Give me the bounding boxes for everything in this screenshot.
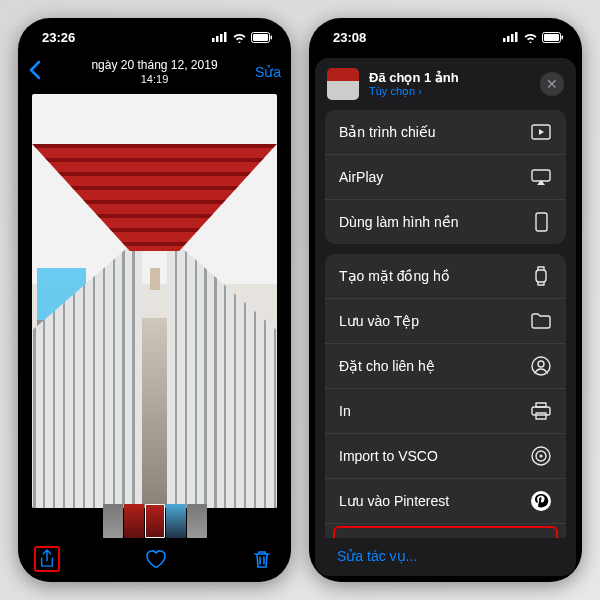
action-label: Dùng làm hình nền xyxy=(339,214,459,230)
thumbnail[interactable] xyxy=(187,504,207,538)
svg-rect-16 xyxy=(536,213,547,231)
sheet-thumbnail xyxy=(327,68,359,100)
watch-icon xyxy=(530,265,552,287)
nav-time: 14:19 xyxy=(18,73,291,87)
battery-icon xyxy=(251,32,273,43)
svg-rect-12 xyxy=(544,34,559,41)
action-row[interactable]: Lưu vào Tệp xyxy=(325,299,566,344)
svg-point-25 xyxy=(540,455,543,458)
status-time: 23:26 xyxy=(42,30,75,45)
svg-rect-9 xyxy=(511,34,514,42)
svg-rect-3 xyxy=(224,32,227,42)
sheet-header: Đã chọn 1 ảnh Tùy chọn › ✕ xyxy=(315,58,576,110)
battery-icon xyxy=(542,32,564,43)
status-time: 23:08 xyxy=(333,30,366,45)
sheet-title: Đã chọn 1 ảnh xyxy=(369,70,459,86)
nav-date: ngày 20 tháng 12, 2019 xyxy=(18,58,291,73)
signal-icon xyxy=(212,32,228,42)
phone-right: 23:08 Đã chọn 1 ảnh Tùy chọn › ✕ Bản trì… xyxy=(309,18,582,582)
action-row[interactable]: Tạo mặt đồng hồ xyxy=(325,254,566,299)
action-label: In xyxy=(339,403,351,419)
action-row[interactable]: AirPlay xyxy=(325,155,566,200)
svg-rect-21 xyxy=(532,407,550,415)
svg-rect-22 xyxy=(536,413,546,419)
svg-rect-0 xyxy=(212,38,215,42)
toolbar xyxy=(18,542,291,576)
notch xyxy=(100,18,210,40)
action-row[interactable]: Đặt cho liên hệ xyxy=(325,344,566,389)
action-label: AirPlay xyxy=(339,169,383,185)
thumbnail-selected[interactable] xyxy=(145,504,165,538)
close-button[interactable]: ✕ xyxy=(540,72,564,96)
photo-content xyxy=(32,94,277,508)
nav-bar: ngày 20 tháng 12, 2019 14:19 Sửa xyxy=(18,52,291,92)
thumbnail[interactable] xyxy=(124,504,144,538)
svg-rect-2 xyxy=(220,34,223,42)
signal-icon xyxy=(503,32,519,42)
action-row[interactable]: In xyxy=(325,389,566,434)
sheet-options-link[interactable]: Tùy chọn › xyxy=(369,85,459,98)
action-group: Tạo mặt đồng hồLưu vào TệpĐặt cho liên h… xyxy=(325,254,566,538)
action-label: Tạo mặt đồng hồ xyxy=(339,268,450,284)
wifi-icon xyxy=(232,32,247,43)
action-label: Lưu vào Tệp xyxy=(339,313,419,329)
svg-point-19 xyxy=(538,361,544,367)
action-group: Bản trình chiếuAirPlayDùng làm hình nền xyxy=(325,110,566,244)
svg-rect-17 xyxy=(536,270,546,282)
thumbnail[interactable] xyxy=(166,504,186,538)
action-label: Import to VSCO xyxy=(339,448,438,464)
thumbnail-strip[interactable] xyxy=(18,504,291,538)
thumbnail[interactable] xyxy=(103,504,123,538)
action-row[interactable]: Bản trình chiếu xyxy=(325,110,566,155)
status-icons xyxy=(503,32,564,43)
svg-rect-15 xyxy=(532,170,550,181)
action-row[interactable]: Import to VSCO xyxy=(325,434,566,479)
svg-rect-10 xyxy=(515,32,518,42)
photo-viewer[interactable] xyxy=(32,94,277,508)
phone-left: 23:26 ngày 20 tháng 12, 2019 14:19 Sửa xyxy=(18,18,291,582)
nav-title: ngày 20 tháng 12, 2019 14:19 xyxy=(18,58,291,87)
person-circle-icon xyxy=(530,355,552,377)
phone-rect-icon xyxy=(530,211,552,233)
vsco-icon xyxy=(530,445,552,467)
pinterest-icon xyxy=(530,490,552,512)
action-list[interactable]: Bản trình chiếuAirPlayDùng làm hình nền … xyxy=(315,110,576,538)
action-label: Lưu vào Pinterest xyxy=(339,493,449,509)
svg-rect-1 xyxy=(216,36,219,42)
action-label: Đặt cho liên hệ xyxy=(339,358,435,374)
sheet-title-block: Đã chọn 1 ảnh Tùy chọn › xyxy=(369,70,459,99)
edit-actions-link[interactable]: Sửa tác vụ... xyxy=(315,538,576,576)
folder-icon xyxy=(530,310,552,332)
svg-rect-7 xyxy=(503,38,506,42)
share-sheet: Đã chọn 1 ảnh Tùy chọn › ✕ Bản trình chi… xyxy=(315,58,576,576)
printer-icon xyxy=(530,400,552,422)
back-button[interactable] xyxy=(28,60,42,84)
notch xyxy=(391,18,501,40)
favorite-button[interactable] xyxy=(142,546,168,572)
action-row[interactable]: Đổi kích thước ảnh xyxy=(333,526,558,538)
svg-rect-6 xyxy=(271,35,273,39)
svg-rect-13 xyxy=(562,35,564,39)
wifi-icon xyxy=(523,32,538,43)
action-label: Bản trình chiếu xyxy=(339,124,436,140)
action-row[interactable]: Lưu vào Pinterest xyxy=(325,479,566,524)
play-rect-icon xyxy=(530,121,552,143)
share-button[interactable] xyxy=(34,546,60,572)
svg-rect-8 xyxy=(507,36,510,42)
svg-rect-5 xyxy=(253,34,268,41)
airplay-icon xyxy=(530,166,552,188)
status-icons xyxy=(212,32,273,43)
action-row[interactable]: Dùng làm hình nền xyxy=(325,200,566,244)
trash-button[interactable] xyxy=(249,546,275,572)
edit-button[interactable]: Sửa xyxy=(255,64,281,80)
